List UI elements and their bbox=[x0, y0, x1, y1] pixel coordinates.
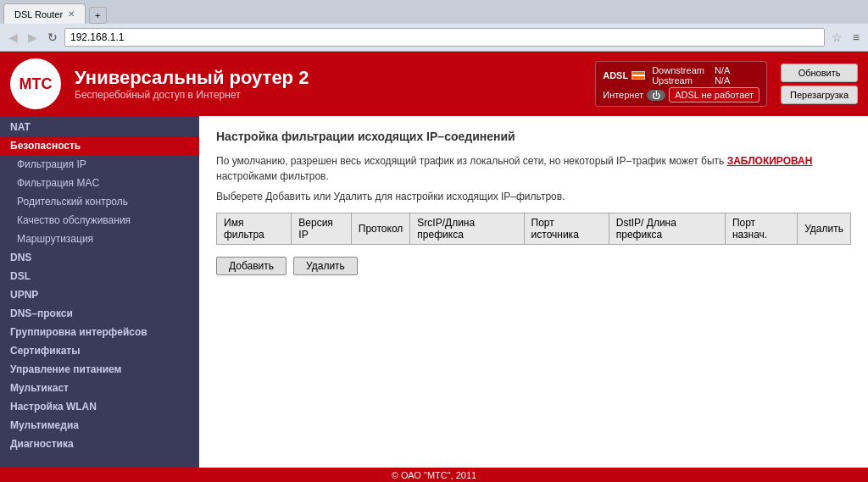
refresh-button[interactable]: Обновить bbox=[781, 64, 858, 82]
reload-button[interactable]: ↻ bbox=[44, 29, 61, 46]
content-desc1: По умолчанию, разрешен весь исходящий тр… bbox=[216, 153, 851, 184]
tab-bar: DSL Router ✕ + bbox=[0, 0, 868, 24]
sidebar-item-upnp[interactable]: UPNP bbox=[0, 285, 199, 304]
adsl-row: ADSL Downstream Upstream N/A N/A bbox=[603, 65, 760, 86]
status-numbers: N/A N/A bbox=[711, 65, 733, 86]
sidebar-item-nat[interactable]: NAT bbox=[0, 118, 199, 136]
adsl-label: ADSL bbox=[603, 70, 628, 80]
reboot-button[interactable]: Перезагрузка bbox=[781, 86, 858, 104]
upstream-value: N/A bbox=[715, 75, 730, 86]
sidebar-item-dns-proxy[interactable]: DNS–прокси bbox=[0, 304, 199, 323]
status-values: Downstream Upstream bbox=[648, 65, 708, 86]
col-filter-name: Имя фильтра bbox=[217, 213, 292, 245]
content-title: Настройка фильтрации исходящих IP–соедин… bbox=[216, 130, 851, 143]
upstream-label: Upstream bbox=[652, 75, 704, 86]
mts-logo: МТС bbox=[10, 58, 61, 109]
header-title: Универсальный роутер 2 bbox=[75, 67, 595, 89]
content-area: Настройка фильтрации исходящих IP–соедин… bbox=[199, 116, 868, 468]
col-ip-version: Версия IP bbox=[292, 213, 352, 245]
adsl-flag-icon bbox=[632, 71, 645, 80]
internet-label: Интернет bbox=[603, 90, 643, 100]
sidebar-item-routing[interactable]: Маршрутизация bbox=[0, 230, 199, 248]
button-row: Добавить Удалить bbox=[216, 257, 851, 275]
sidebar-item-qos[interactable]: Качество обслуживания bbox=[0, 211, 199, 230]
logo-text: МТС bbox=[19, 75, 53, 93]
col-src-ip: SrcIP/Длина префикса bbox=[410, 213, 524, 245]
sidebar-item-mac-filter[interactable]: Фильтрация MAC bbox=[0, 174, 199, 192]
sidebar-item-diagnostics[interactable]: Диагностика bbox=[0, 435, 199, 453]
action-buttons: Обновить Перезагрузка bbox=[781, 64, 858, 104]
delete-button[interactable]: Удалить bbox=[293, 257, 358, 275]
adsl-block: ADSL Downstream Upstream N/A N/A Интерне… bbox=[595, 61, 767, 107]
sidebar-item-group-iface[interactable]: Группировна интерфейсов bbox=[0, 323, 199, 341]
sidebar-item-certs[interactable]: Сертификаты bbox=[0, 341, 199, 360]
col-src-port: Порт источника bbox=[524, 213, 609, 245]
sidebar-item-security[interactable]: Безопасность bbox=[0, 136, 199, 155]
footer-text: © ОАО "МТС", 2011 bbox=[392, 470, 476, 480]
browser-tab[interactable]: DSL Router ✕ bbox=[3, 3, 86, 24]
sidebar-item-power[interactable]: Управление питанием bbox=[0, 360, 199, 379]
adsl-status-text: ADSL не работает bbox=[669, 87, 760, 102]
desc1-before: По умолчанию, разрешен весь исходящий тр… bbox=[216, 155, 727, 167]
header: МТС Универсальный роутер 2 Бесперебойный… bbox=[0, 52, 868, 116]
sidebar-item-multicast[interactable]: Мультикаст bbox=[0, 379, 199, 397]
sidebar-item-parental[interactable]: Родительский контроль bbox=[0, 192, 199, 211]
sidebar-item-dns[interactable]: DNS bbox=[0, 248, 199, 267]
sidebar-item-dsl[interactable]: DSL bbox=[0, 267, 199, 285]
header-subtitle: Бесперебойный доступ в Интернет bbox=[75, 89, 595, 101]
sidebar-item-wlan[interactable]: Настройка WLAN bbox=[0, 397, 199, 416]
settings-button[interactable]: ≡ bbox=[849, 30, 863, 44]
sidebar-item-ip-filter[interactable]: Фильтрация IP bbox=[0, 155, 199, 174]
col-delete: Удалить bbox=[798, 213, 851, 245]
internet-toggle[interactable]: ⏻ bbox=[647, 90, 665, 101]
downstream-value: N/A bbox=[715, 65, 730, 75]
browser-chrome: DSL Router ✕ + ◀ ▶ ↻ ☆ ≡ bbox=[0, 0, 868, 52]
main-area: NAT Безопасность Фильтрация IP Фильтраци… bbox=[0, 116, 868, 468]
downstream-label: Downstream bbox=[652, 65, 704, 75]
content-desc2: Выберете Добавить или Удалить для настро… bbox=[216, 191, 851, 202]
tab-title: DSL Router bbox=[14, 9, 63, 19]
header-status: ADSL Downstream Upstream N/A N/A Интерне… bbox=[595, 61, 858, 107]
filter-table: Имя фильтра Версия IP Протокол SrcIP/Дли… bbox=[216, 213, 851, 245]
bookmark-button[interactable]: ☆ bbox=[828, 30, 846, 44]
tab-close-button[interactable]: ✕ bbox=[68, 9, 75, 19]
table-header-row: Имя фильтра Версия IP Протокол SrcIP/Дли… bbox=[217, 213, 851, 245]
address-bar[interactable] bbox=[64, 28, 825, 47]
sidebar-item-multimedia[interactable]: Мультимедиа bbox=[0, 416, 199, 435]
nav-bar: ◀ ▶ ↻ ☆ ≡ bbox=[0, 24, 868, 51]
desc1-blocked: ЗАБЛОКИРОВАН bbox=[727, 155, 813, 167]
internet-row: Интернет ⏻ ADSL не работает bbox=[603, 87, 760, 102]
footer: © ОАО "МТС", 2011 bbox=[0, 468, 868, 482]
sidebar: NAT Безопасность Фильтрация IP Фильтраци… bbox=[0, 116, 199, 468]
new-tab-button[interactable]: + bbox=[89, 7, 106, 24]
header-brand: Универсальный роутер 2 Бесперебойный дос… bbox=[75, 67, 595, 101]
col-protocol: Протокол bbox=[351, 213, 410, 245]
col-dst-port: Порт назнач. bbox=[725, 213, 797, 245]
col-dst-ip: DstIP/ Длина префикса bbox=[609, 213, 725, 245]
page: МТС Универсальный роутер 2 Бесперебойный… bbox=[0, 52, 868, 482]
back-button[interactable]: ◀ bbox=[5, 29, 21, 46]
add-button[interactable]: Добавить bbox=[216, 257, 287, 275]
forward-button[interactable]: ▶ bbox=[25, 29, 41, 46]
desc1-after: настройками фильтров. bbox=[216, 170, 329, 182]
